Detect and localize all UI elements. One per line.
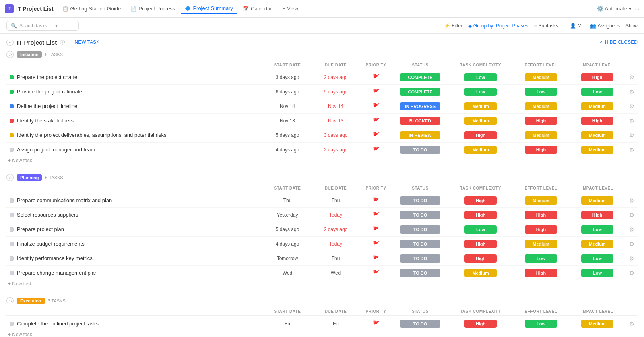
task-dot <box>10 133 14 137</box>
automate-button[interactable]: ⚙️ Automate ▾ <box>597 6 632 12</box>
gear-button[interactable]: ⚙ <box>625 74 638 81</box>
task-name-cell: Identify performance key metrics <box>6 255 263 261</box>
table-row[interactable]: Prepare project plan 5 days ago 2 days a… <box>6 222 638 237</box>
gear-button[interactable]: ⚙ <box>625 270 638 276</box>
table-row[interactable]: Select resources suppliers Yesterday Tod… <box>6 208 638 222</box>
project-collapse-button[interactable]: ○ <box>6 39 14 46</box>
task-impact: Medium <box>569 146 625 154</box>
table-row[interactable]: Prepare communications matrix and plan T… <box>6 193 638 208</box>
gear-button[interactable]: ⚙ <box>625 241 638 247</box>
task-name: Prepare communications matrix and plan <box>17 197 112 203</box>
effort-badge: High <box>525 146 557 154</box>
filter-button[interactable]: ⚡ Filter <box>444 23 462 29</box>
section-collapse-execution[interactable]: ⊙ <box>6 297 14 304</box>
task-status: TO DO <box>392 240 448 248</box>
toolbar: 🔍 Search tasks... ▾ ⚡ Filter ◈ Group by:… <box>0 18 644 34</box>
impact-badge: Medium <box>581 131 613 139</box>
task-complexity: High <box>448 240 513 248</box>
task-start-date: 5 days ago <box>263 132 312 138</box>
task-dot <box>10 213 14 217</box>
group-icon: ◈ <box>468 23 472 29</box>
search-box[interactable]: 🔍 Search tasks... ▾ <box>6 21 79 31</box>
impact-badge: High <box>581 117 613 125</box>
new-task-button[interactable]: + NEW TASK <box>68 39 102 46</box>
section-collapse-initiation[interactable]: ⊙ <box>6 51 14 58</box>
status-badge: TO DO <box>400 269 440 277</box>
add-view-button[interactable]: + View <box>279 4 301 13</box>
task-priority: 🚩 <box>360 197 392 204</box>
task-dot <box>10 227 14 232</box>
table-row[interactable]: Provide the project rationale 6 days ago… <box>6 85 638 99</box>
task-dot <box>10 75 14 79</box>
priority-flag: 🚩 <box>373 241 380 247</box>
group-by-button[interactable]: ◈ Group by: Project Phases <box>468 23 528 29</box>
gear-button[interactable]: ⚙ <box>625 147 638 153</box>
table-row[interactable]: Identify the project deliverables, assum… <box>6 128 638 143</box>
task-due-date: 3 days ago <box>312 132 360 138</box>
table-row[interactable]: Finalize budget requirements 4 days ago … <box>6 237 638 251</box>
impact-badge: High <box>581 211 613 219</box>
gear-button[interactable]: ⚙ <box>625 320 638 327</box>
new-task-link-planning[interactable]: + New task <box>6 280 638 287</box>
subtasks-icon: ≡ <box>534 23 537 29</box>
hide-closed-button[interactable]: ✓ HIDE CLOSED <box>599 39 638 45</box>
task-impact: Low <box>569 225 625 234</box>
task-effort: High <box>513 225 569 234</box>
gear-button[interactable]: ⚙ <box>625 197 638 204</box>
task-priority: 🚩 <box>360 89 392 95</box>
effort-badge: Medium <box>525 240 557 248</box>
info-icon[interactable]: ⓘ <box>60 39 65 46</box>
tab-getting-started[interactable]: 📋 Getting Started Guide <box>58 4 125 13</box>
col-due-date: DUE DATE <box>312 63 360 67</box>
impact-badge: Medium <box>581 320 613 328</box>
task-complexity: Low <box>448 73 513 81</box>
table-row[interactable]: Complete the outlined project tasks Fri … <box>6 316 638 331</box>
gear-button[interactable]: ⚙ <box>625 212 638 218</box>
task-name: Assign project manager and team <box>17 147 95 153</box>
col-impact-level: IMPACT LEVEL <box>569 63 625 67</box>
complexity-badge: Medium <box>464 269 497 277</box>
table-row[interactable]: Assign project manager and team 4 days a… <box>6 143 638 157</box>
gear-button[interactable]: ⚙ <box>625 103 638 110</box>
tab-calendar[interactable]: 📅 Calendar <box>239 4 276 13</box>
new-task-link-execution[interactable]: + New task <box>6 331 638 337</box>
tab-icon-project-process: 📄 <box>130 6 136 12</box>
col-headers-execution: START DATE DUE DATE PRIORITY STATUS TASK… <box>6 308 638 316</box>
task-dot <box>10 271 14 275</box>
me-button[interactable]: 👤 Me <box>570 23 584 29</box>
task-complexity: Medium <box>448 146 513 154</box>
show-button[interactable]: Show <box>625 23 638 29</box>
table-row[interactable]: Define the project timeline Nov 14 Nov 1… <box>6 99 638 114</box>
filter-icon: ⚡ <box>444 23 450 29</box>
col-effort-level: EFFORT LEVEL <box>513 63 569 67</box>
top-nav: IT IT Project List 📋 Getting Started Gui… <box>0 0 644 18</box>
complexity-badge: Low <box>464 73 497 81</box>
table-row[interactable]: Prepare the project charter 3 days ago 2… <box>6 70 638 85</box>
gear-button[interactable]: ⚙ <box>625 89 638 95</box>
complexity-badge: Medium <box>464 117 497 125</box>
nav-more-button[interactable]: ··· <box>635 6 639 12</box>
subtasks-button[interactable]: ≡ Subtasks <box>534 23 558 29</box>
gear-button[interactable]: ⚙ <box>625 255 638 262</box>
table-row[interactable]: Identify the stakeholders Nov 13 Nov 13 … <box>6 114 638 128</box>
tab-project-process[interactable]: 📄 Project Process <box>126 4 179 13</box>
table-row[interactable]: Identify performance key metrics Tomorro… <box>6 251 638 266</box>
task-start-date: Thu <box>263 198 312 203</box>
col-start-date: START DATE <box>263 309 312 314</box>
gear-button[interactable]: ⚙ <box>625 226 638 233</box>
gear-button[interactable]: ⚙ <box>625 132 638 139</box>
gear-button[interactable]: ⚙ <box>625 118 638 124</box>
section-header-execution: ⊙ Execution 3 TASKS <box>6 297 638 304</box>
assignees-button[interactable]: 👥 Assignees <box>590 23 620 29</box>
task-status: IN PROGRESS <box>392 102 448 110</box>
task-complexity: Medium <box>448 269 513 277</box>
nav-logo: IT IT Project List <box>5 4 54 13</box>
tab-project-summary[interactable]: 🔷 Project Summary <box>181 4 237 14</box>
new-task-link-initiation[interactable]: + New task <box>6 157 638 164</box>
task-impact: Medium <box>569 196 625 205</box>
section-collapse-planning[interactable]: ⊙ <box>6 174 14 181</box>
status-badge: IN PROGRESS <box>400 102 440 110</box>
priority-flag: 🚩 <box>373 103 380 110</box>
status-badge: TO DO <box>400 146 440 154</box>
table-row[interactable]: Prepare change management plan Wed Wed 🚩… <box>6 266 638 280</box>
